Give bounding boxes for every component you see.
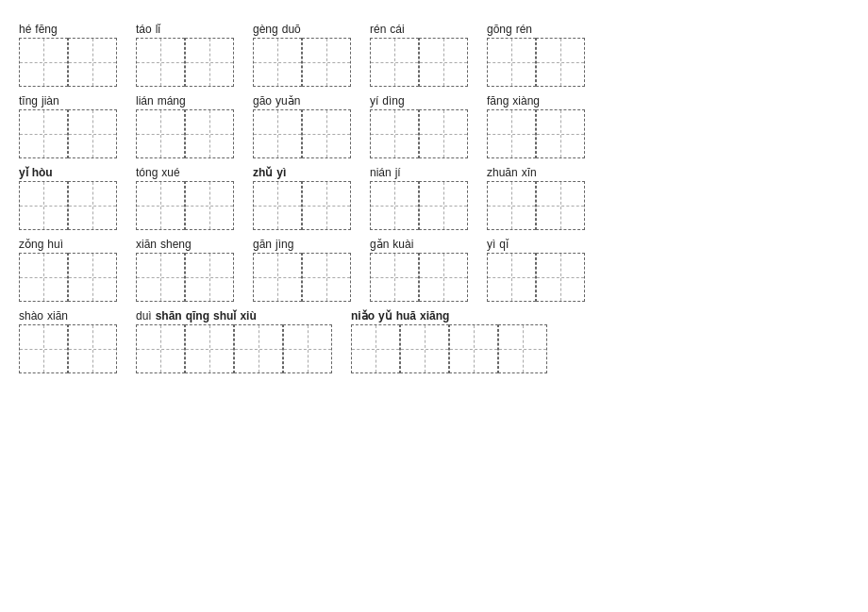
label-0-0-0: hé [19,23,31,36]
group-2-4: zhuānxīn [487,162,585,230]
group-0-2: gèngduō [253,19,351,87]
label-1-3-0: yí [370,94,378,108]
label-row-last-0: shàoxiān [19,306,68,323]
char-box-last-1-2 [234,324,283,373]
label-row-2-3: niánjí [370,162,401,179]
char-box-0-2-0 [253,38,302,87]
group-1-3: yídìng [370,91,468,158]
char-box-2-1-0 [136,181,185,230]
label-1-2-1: yuǎn [275,94,300,108]
char-box-1-4-0 [487,109,536,158]
char-box-last-2-2 [449,324,498,373]
char-box-1-1-1 [185,109,234,158]
char-grid-0-0 [19,38,117,87]
char-grid-2-1 [136,181,234,230]
label-last-1-1: shān [156,309,182,323]
label-row-last-1: duìshānqīngshuǐxiù [136,306,257,323]
char-box-2-4-0 [487,181,536,230]
char-box-0-1-1 [185,38,234,87]
char-box-0-1-0 [136,38,185,87]
row-3: zǒnghuìxiānshenggānjìnggǎnkuàiyìqǐ [19,234,849,302]
label-1-2-0: gāo [253,94,272,108]
label-last-1-0: duì [136,309,152,323]
char-box-0-3-1 [419,38,468,87]
label-2-0-1: hòu [32,166,53,179]
label-0-4-0: gōng [487,23,512,36]
char-box-3-2-0 [253,253,302,302]
char-box-2-4-1 [536,181,585,230]
label-2-4-0: zhuān [487,166,518,179]
char-box-last-1-1 [185,324,234,373]
label-last-2-3: xiāng [420,309,449,323]
row-4: shàoxiānduìshānqīngshuǐxiùniǎoyǔhuāxiāng [19,306,849,373]
group-3-3: gǎnkuài [370,234,468,302]
label-1-0-1: jiàn [42,94,59,108]
label-row-1-4: fāngxiàng [487,91,540,108]
label-row-3-4: yìqǐ [487,234,509,251]
group-3-0: zǒnghuì [19,234,117,302]
label-0-3-1: cái [390,23,404,36]
char-box-1-1-0 [136,109,185,158]
group-3-2: gānjìng [253,234,351,302]
group-0-0: héfēng [19,19,117,87]
label-2-2-0: zhǔ [253,166,273,179]
char-box-2-1-1 [185,181,234,230]
char-box-1-2-1 [302,109,351,158]
char-box-2-3-1 [419,181,468,230]
label-3-3-0: gǎn [370,238,389,251]
char-grid-3-1 [136,253,234,302]
label-row-last-2: niǎoyǔhuāxiāng [351,306,449,323]
char-box-3-4-1 [536,253,585,302]
char-box-0-0-0 [19,38,68,87]
row-0: héfēngtáolǐgèngduōréncáigōngrén [19,19,849,87]
char-box-0-4-0 [487,38,536,87]
char-box-3-0-1 [68,253,117,302]
label-1-1-1: máng [158,94,186,108]
label-row-2-1: tóngxué [136,162,180,179]
label-2-1-1: xué [161,166,179,179]
label-last-0-0: shào [19,309,43,323]
label-1-0-0: tīng [19,94,38,108]
char-grid-0-3 [370,38,468,87]
char-box-last-2-3 [498,324,547,373]
char-box-0-4-1 [536,38,585,87]
char-grid-2-3 [370,181,468,230]
label-1-1-0: lián [136,94,154,108]
label-row-3-0: zǒnghuì [19,234,63,251]
label-row-2-2: zhǔyì [253,162,286,179]
char-box-3-3-0 [370,253,419,302]
char-box-3-1-1 [185,253,234,302]
label-last-1-3: shuǐ [213,309,236,323]
group-3-1: xiānsheng [136,234,234,302]
char-box-last-0-1 [68,324,117,373]
label-row-0-2: gèngduō [253,19,301,36]
label-last-2-2: huā [396,309,416,323]
label-last-0-1: xiān [47,309,68,323]
char-grid-last-0 [19,324,117,373]
char-box-0-2-1 [302,38,351,87]
label-3-3-1: kuài [392,238,413,251]
char-grid-3-2 [253,253,351,302]
label-3-0-0: zǒng [19,238,43,251]
group-1-4: fāngxiàng [487,91,585,158]
label-row-0-4: gōngrén [487,19,532,36]
label-row-3-2: gānjìng [253,234,293,251]
group-2-0: yǐhòu [19,162,117,230]
label-2-3-1: jí [395,166,401,179]
group-0-1: táolǐ [136,19,234,87]
label-2-4-1: xīn [522,166,537,179]
label-3-4-0: yì [487,238,495,251]
group-last-2: niǎoyǔhuāxiāng [351,306,547,373]
main-content: héfēngtáolǐgèngduōréncáigōngréntīngjiànl… [19,19,849,377]
char-box-last-1-0 [136,324,185,373]
char-grid-1-0 [19,109,117,158]
label-2-1-0: tóng [136,166,158,179]
char-box-2-0-1 [68,181,117,230]
label-last-2-1: yǔ [378,309,392,323]
label-1-3-1: dìng [382,94,404,108]
group-0-3: réncái [370,19,468,87]
char-box-last-1-3 [283,324,332,373]
char-grid-2-4 [487,181,585,230]
char-box-3-4-0 [487,253,536,302]
char-box-0-0-1 [68,38,117,87]
